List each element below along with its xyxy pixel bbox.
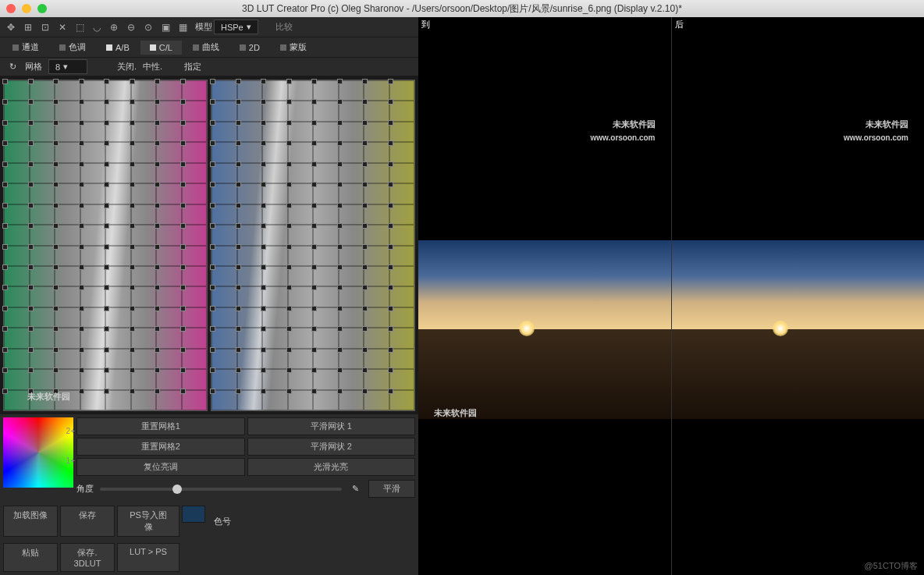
model-select[interactable]: HSPe▾ <box>214 20 258 34</box>
preview-after: 后 未来软件园 www.orsoon.com @51CTO博客 <box>672 17 925 575</box>
lut-to-ps-button[interactable]: LUT > PS <box>117 543 179 572</box>
controls-panel: 2+ 1+ 重置网格1 平滑网状 1 重置网格2 平滑网状 2 复位亮调 光滑光… <box>0 414 418 502</box>
preview-image-after <box>672 240 925 419</box>
color-grid-1[interactable]: 未来软件园 <box>3 80 208 411</box>
ps-import-button[interactable]: PS导入图像 <box>117 506 179 537</box>
preview-to-label: 到 <box>421 19 430 30</box>
reset-grid1-button[interactable]: 重置网格1 <box>76 417 245 435</box>
smooth-button[interactable]: 平滑 <box>368 480 415 498</box>
titlebar: 3D LUT Creator Pro (c) Oleg Sharonov - /… <box>0 0 924 17</box>
tab-curve[interactable]: 曲线 <box>183 39 229 55</box>
tab-channel[interactable]: 通道 <box>3 39 48 55</box>
smooth-light-button[interactable]: 光滑光亮 <box>247 458 416 476</box>
smooth-mesh2-button[interactable]: 平滑网状 2 <box>247 438 416 456</box>
close-icon[interactable] <box>6 4 16 13</box>
preview-after-label: 后 <box>675 19 684 30</box>
grid-view-icon[interactable]: ▦ <box>175 20 190 35</box>
model-label: 模型 <box>195 21 212 33</box>
reset-grid2-button[interactable]: 重置网格2 <box>76 438 245 456</box>
load-image-button[interactable]: 加载图像 <box>3 506 58 537</box>
preview-before: 到 未来软件园 www.orsoon.com 未来软件园 <box>418 17 672 575</box>
move-tool-icon[interactable]: ✥ <box>3 20 19 35</box>
color-wheel[interactable] <box>3 417 73 488</box>
minimize-icon[interactable] <box>22 4 31 13</box>
angle-label: 角度 <box>76 483 94 495</box>
color-grid-2[interactable] <box>211 80 415 411</box>
grid-area: 未来软件园 <box>0 76 418 414</box>
main-toolbar: ✥ ⊞ ⊡ ✕ ⬚ ◡ ⊕ ⊖ ⊙ ▣ ▦ 模型 HSPe▾ 比较 <box>0 17 418 37</box>
tab-2d[interactable]: 2D <box>230 41 269 55</box>
zoom-fit-icon[interactable]: ⊙ <box>140 20 156 35</box>
paste-button[interactable]: 粘贴 <box>3 543 58 572</box>
maximize-icon[interactable] <box>37 4 47 13</box>
refresh-icon[interactable]: ↻ <box>6 61 19 73</box>
tab-mask[interactable]: 蒙版 <box>271 39 316 55</box>
neutral-label[interactable]: 中性. <box>143 61 162 73</box>
window-title: 3D LUT Creator Pro (c) Oleg Sharonov - /… <box>242 2 682 16</box>
preview-image-before <box>418 240 671 419</box>
select-tool-icon[interactable]: ⊡ <box>37 20 53 35</box>
colornum-label: 色号 <box>214 516 231 527</box>
tab-tone[interactable]: 色调 <box>50 39 95 55</box>
target-icon[interactable]: ▣ <box>158 20 173 35</box>
preview-area: 到 未来软件园 www.orsoon.com 未来软件园 后 未来软件园 www… <box>418 17 924 575</box>
traffic-lights <box>6 4 47 13</box>
zoom-out-icon[interactable]: ⊖ <box>123 20 139 35</box>
bottom-bar: 加载图像 保存 PS导入图像 色号 <box>0 502 418 540</box>
marquee-tool-icon[interactable]: ⬚ <box>72 20 87 35</box>
smooth-mesh1-button[interactable]: 平滑网状 1 <box>247 417 416 435</box>
left-panel: ✥ ⊞ ⊡ ✕ ⬚ ◡ ⊕ ⊖ ⊙ ▣ ▦ 模型 HSPe▾ 比较 通道 色调 … <box>0 17 418 575</box>
label-1plus: 1+ <box>66 456 75 465</box>
tab-cl[interactable]: C/L <box>140 41 182 55</box>
cross-tool-icon[interactable]: ✕ <box>55 20 70 35</box>
bottom-bar-2: 粘贴 保存. 3DLUT LUT > PS <box>0 540 418 575</box>
grid-select[interactable]: 8▾ <box>48 59 87 74</box>
compare-label: 比较 <box>275 21 293 33</box>
lasso-tool-icon[interactable]: ◡ <box>89 20 105 35</box>
grid-tool-icon[interactable]: ⊞ <box>20 20 36 35</box>
lock-label[interactable]: 指定 <box>184 61 201 73</box>
reset-tone-button[interactable]: 复位亮调 <box>76 458 245 476</box>
tab-bar: 通道 色调 A/B C/L 曲线 2D 蒙版 <box>0 37 418 58</box>
tab-ab[interactable]: A/B <box>97 41 139 55</box>
label-2plus: 2+ <box>66 427 75 435</box>
options-bar: ↻ 网格 8▾ 关闭. 中性. 指定 <box>0 58 418 76</box>
angle-slider[interactable] <box>100 488 342 491</box>
zoom-in-icon[interactable]: ⊕ <box>106 20 122 35</box>
grid-label: 网格 <box>25 61 42 73</box>
save-3dlut-button[interactable]: 保存. 3DLUT <box>60 543 115 572</box>
color-swatch[interactable] <box>182 506 205 523</box>
eyedropper-icon[interactable]: ✎ <box>348 484 362 494</box>
save-button[interactable]: 保存 <box>60 506 115 537</box>
credit-label: @51CTO博客 <box>865 560 918 572</box>
closed-label[interactable]: 关闭. <box>117 61 137 73</box>
